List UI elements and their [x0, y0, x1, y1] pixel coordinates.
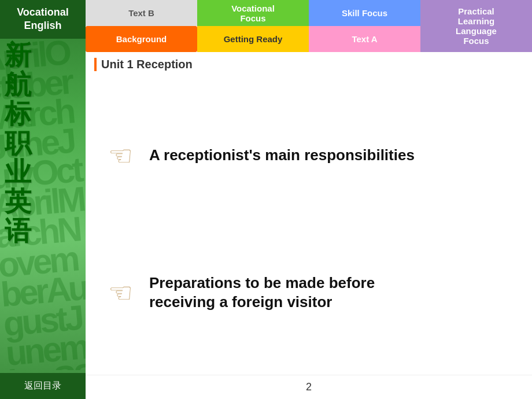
- content-text-1: A receptionist's main responsibilities: [149, 146, 415, 165]
- page-number: 2: [86, 375, 532, 399]
- content-item-2: ☞ Preparations to be made beforereceivin…: [103, 265, 515, 322]
- tab-background[interactable]: Background: [86, 26, 197, 52]
- sidebar-title-line1: Vocational: [17, 6, 69, 18]
- tab-vocational-focus[interactable]: VocationalFocus: [197, 0, 309, 26]
- pointing-hand-icon-1: ☞: [103, 139, 138, 172]
- sidebar: Vocational English AprilOctoberMarchJune…: [0, 0, 86, 399]
- pointing-hand-icon-2: ☞: [103, 276, 138, 309]
- chinese-text: 新 航 标 职 业 英 语: [0, 40, 86, 245]
- main-content: Text B VocationalFocus Skill Focus Pract…: [86, 0, 532, 399]
- sidebar-header: Vocational English: [0, 0, 86, 39]
- sidebar-title-line2: English: [24, 20, 61, 31]
- tab-skill-focus[interactable]: Skill Focus: [309, 0, 420, 26]
- chinese-char-1: 新: [5, 40, 31, 70]
- back-button[interactable]: 返回目录: [0, 373, 86, 399]
- chinese-char-2: 航: [5, 70, 31, 99]
- chinese-char-4: 职: [5, 128, 31, 158]
- navigation: Text B VocationalFocus Skill Focus Pract…: [86, 0, 532, 52]
- content-item-1: ☞ A receptionist's main responsibilities: [103, 131, 515, 180]
- content-area: ☞ A receptionist's main responsibilities…: [86, 77, 532, 375]
- tab-text-a[interactable]: Text A: [309, 26, 420, 52]
- content-text-2: Preparations to be made beforereceiving …: [149, 274, 375, 313]
- chinese-char-3: 标: [5, 99, 31, 128]
- chinese-char-6: 英: [5, 187, 31, 216]
- unit-header: Unit 1 Reception: [94, 58, 523, 71]
- tab-practical-language[interactable]: PracticalLearningLanguageFocus: [420, 0, 532, 52]
- chinese-char-7: 语: [5, 216, 31, 246]
- unit-title: Unit 1 Reception: [101, 58, 193, 71]
- tab-getting-ready[interactable]: Getting Ready: [197, 26, 309, 52]
- tab-text-b[interactable]: Text B: [86, 0, 197, 26]
- chinese-char-5: 业: [5, 157, 31, 187]
